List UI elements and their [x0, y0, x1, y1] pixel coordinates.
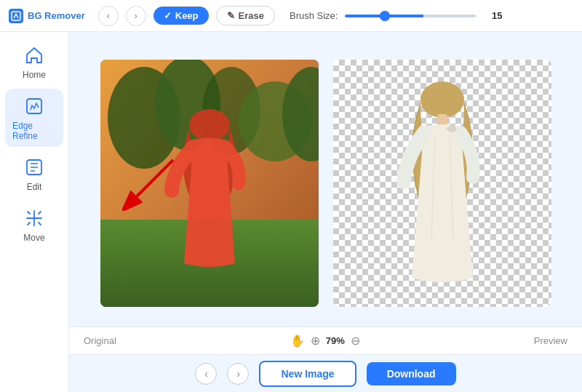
- preview-label: Preview: [534, 335, 567, 346]
- sidebar-move-label: Move: [23, 233, 44, 243]
- hand-tool-button[interactable]: ✋: [290, 334, 305, 348]
- sidebar: Home Edge Refine Edit: [0, 32, 69, 392]
- preview-panel: [333, 60, 551, 307]
- check-icon: ✓: [164, 10, 172, 21]
- original-label: Original: [84, 335, 116, 346]
- brush-value: 15: [482, 10, 502, 21]
- brush-slider[interactable]: [345, 15, 476, 17]
- keep-button[interactable]: ✓ Keep: [154, 7, 209, 25]
- svg-point-10: [189, 109, 230, 141]
- undo-button[interactable]: ‹: [98, 6, 119, 26]
- home-icon: [23, 44, 46, 67]
- sidebar-item-move[interactable]: Move: [5, 201, 63, 249]
- move-icon: [23, 207, 46, 230]
- zoom-controls: ✋ ⊕ 79% ⊖: [290, 334, 360, 348]
- download-button[interactable]: Download: [367, 362, 456, 385]
- sidebar-edit-label: Edit: [27, 182, 42, 192]
- app-title: BG Remover: [28, 10, 85, 21]
- sidebar-item-edit[interactable]: Edit: [5, 150, 63, 198]
- toolbar: BG Remover ‹ › ✓ Keep ✎ Erase Brush Size…: [0, 0, 582, 32]
- bottom-bar: Original ✋ ⊕ 79% ⊖ Preview: [69, 327, 582, 354]
- app-container: BG Remover ‹ › ✓ Keep ✎ Erase Brush Size…: [0, 0, 582, 392]
- zoom-out-button[interactable]: ⊖: [351, 334, 360, 348]
- sidebar-item-edge-refine[interactable]: Edge Refine: [5, 89, 63, 147]
- sidebar-home-label: Home: [23, 70, 46, 80]
- next-button[interactable]: ›: [227, 363, 249, 385]
- original-image[interactable]: [100, 60, 319, 307]
- brush-size-label: Brush Size:: [290, 10, 338, 21]
- zoom-value: 79%: [326, 335, 345, 346]
- prev-button[interactable]: ‹: [195, 363, 217, 385]
- sidebar-item-home[interactable]: Home: [5, 38, 63, 86]
- content-area: Original ✋ ⊕ 79% ⊖ Preview ‹ › New Image…: [69, 32, 582, 392]
- eraser-icon: ✎: [227, 10, 235, 21]
- new-image-button[interactable]: New Image: [259, 361, 356, 387]
- canvas-area: [69, 32, 582, 327]
- sidebar-edge-label: Edge Refine: [12, 121, 56, 141]
- erase-button[interactable]: ✎ Erase: [216, 6, 275, 25]
- app-logo: BG Remover: [9, 9, 85, 23]
- edit-icon: [23, 156, 46, 179]
- redo-button[interactable]: ›: [126, 6, 146, 26]
- brush-size-control: 15: [345, 10, 573, 21]
- logo-icon: [9, 9, 23, 23]
- main-area: Home Edge Refine Edit: [0, 32, 582, 392]
- svg-rect-1: [27, 99, 41, 113]
- action-bar: ‹ › New Image Download: [69, 354, 582, 392]
- svg-point-13: [420, 81, 464, 118]
- original-panel: [100, 60, 319, 307]
- preview-image[interactable]: [333, 60, 551, 307]
- zoom-in-button[interactable]: ⊕: [311, 334, 320, 348]
- edge-refine-icon: [23, 95, 46, 118]
